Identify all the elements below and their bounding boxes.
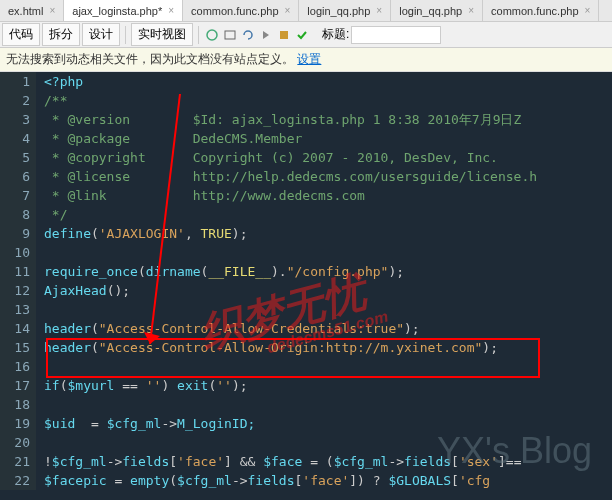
code-line[interactable] [44,357,612,376]
close-icon[interactable]: × [585,5,591,16]
line-number: 11 [0,262,30,281]
line-number: 17 [0,376,30,395]
file-tabs: ex.html×ajax_loginsta.php*×common.func.p… [0,0,612,22]
code-line[interactable]: header("Access-Control-Allow-Credentials… [44,319,612,338]
tab-label: common.func.php [191,5,278,17]
nav-icon[interactable] [258,27,274,43]
svg-point-0 [207,30,217,40]
svg-rect-1 [225,31,235,39]
line-number: 16 [0,357,30,376]
line-number: 13 [0,300,30,319]
browse-icon[interactable] [204,27,220,43]
close-icon[interactable]: × [49,5,55,16]
code-line[interactable]: define('AJAXLOGIN', TRUE); [44,224,612,243]
code-view-button[interactable]: 代码 [2,23,40,46]
code-line[interactable]: require_once(dirname(__FILE__)."/config.… [44,262,612,281]
tab-label: ex.html [8,5,43,17]
line-number: 14 [0,319,30,338]
close-icon[interactable]: × [376,5,382,16]
code-line[interactable]: * @license http://help.dedecms.com/users… [44,167,612,186]
line-number: 12 [0,281,30,300]
options-icon[interactable] [276,27,292,43]
line-number: 1 [0,72,30,91]
code-line[interactable] [44,433,612,452]
code-line[interactable]: * @version $Id: ajax_loginsta.php 1 8:38… [44,110,612,129]
close-icon[interactable]: × [168,5,174,16]
title-input[interactable] [351,26,441,44]
code-line[interactable]: */ [44,205,612,224]
refresh-icon[interactable] [240,27,256,43]
line-number: 6 [0,167,30,186]
line-number: 18 [0,395,30,414]
line-number: 22 [0,471,30,490]
line-number: 3 [0,110,30,129]
line-number: 21 [0,452,30,471]
line-number: 20 [0,433,30,452]
line-number: 10 [0,243,30,262]
settings-link[interactable]: 设置 [297,52,321,66]
file-tab[interactable]: common.func.php× [483,0,599,21]
file-tab[interactable]: ajax_loginsta.php*× [64,0,183,21]
separator [198,26,199,44]
code-line[interactable]: AjaxHead(); [44,281,612,300]
line-number: 2 [0,91,30,110]
code-line[interactable]: if($myurl == '') exit(''); [44,376,612,395]
code-line[interactable] [44,395,612,414]
info-message: 无法搜索到动态相关文件，因为此文档没有站点定义。 [6,52,294,66]
line-gutter: 12345678910111213141516171819202122 [0,72,36,490]
code-line[interactable] [44,300,612,319]
tab-label: login_qq.php [399,5,462,17]
code-editor[interactable]: 12345678910111213141516171819202122 <?ph… [0,72,612,500]
line-number: 4 [0,129,30,148]
line-number: 8 [0,205,30,224]
code-line[interactable]: !$cfg_ml->fields['face'] && $face = ($cf… [44,452,612,471]
svg-rect-2 [280,31,288,39]
toolbar: 代码 拆分 设计 实时视图 标题: [0,22,612,48]
line-number: 15 [0,338,30,357]
title-label: 标题: [322,26,349,43]
server-icon[interactable] [222,27,238,43]
line-number: 9 [0,224,30,243]
code-line[interactable] [44,243,612,262]
file-tab[interactable]: login_qq.php× [299,0,391,21]
file-tab[interactable]: ex.html× [0,0,64,21]
info-bar: 无法搜索到动态相关文件，因为此文档没有站点定义。 设置 [0,48,612,72]
close-icon[interactable]: × [468,5,474,16]
code-line[interactable]: <?php [44,72,612,91]
design-view-button[interactable]: 设计 [82,23,120,46]
file-tab[interactable]: common.func.php× [183,0,299,21]
tab-label: login_qq.php [307,5,370,17]
code-line[interactable]: $facepic = empty($cfg_ml->fields['face']… [44,471,612,490]
code-line[interactable]: $uid = $cfg_ml->M_LoginID; [44,414,612,433]
code-line[interactable]: * @link http://www.dedecms.com [44,186,612,205]
tab-label: ajax_loginsta.php* [72,5,162,17]
line-number: 5 [0,148,30,167]
separator [125,26,126,44]
tab-label: common.func.php [491,5,578,17]
close-icon[interactable]: × [285,5,291,16]
code-line[interactable]: * @package DedeCMS.Member [44,129,612,148]
code-line[interactable]: /** [44,91,612,110]
split-view-button[interactable]: 拆分 [42,23,80,46]
code-line[interactable]: * @copyright Copyright (c) 2007 - 2010, … [44,148,612,167]
code-area[interactable]: <?php/** * @version $Id: ajax_loginsta.p… [0,72,612,490]
check-icon[interactable] [294,27,310,43]
live-view-button[interactable]: 实时视图 [131,23,193,46]
line-number: 19 [0,414,30,433]
code-line[interactable]: header("Access-Control-Allow-Origin:http… [44,338,612,357]
line-number: 7 [0,186,30,205]
file-tab[interactable]: login_qq.php× [391,0,483,21]
